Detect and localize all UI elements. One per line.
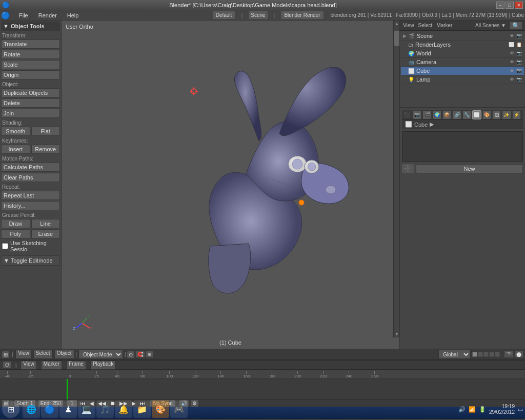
pivot-btn[interactable]: ⊙ <box>127 351 134 358</box>
cam-render[interactable]: 📷 <box>516 59 522 65</box>
taskbar-app3[interactable]: 🔔 <box>115 401 132 418</box>
cam-vis[interactable]: 👁 <box>510 59 514 65</box>
outliner-item-renderlayers[interactable]: 🗂 RenderLayers ⬜ 📋 <box>401 41 524 49</box>
show-desktop-btn[interactable]: ▭ <box>518 406 523 413</box>
engine-selector[interactable]: Blender Render <box>281 11 323 19</box>
render-btn[interactable]: 🎬 <box>504 351 513 357</box>
viewport-icon[interactable]: ⊞ <box>2 351 9 358</box>
outliner-item-scene[interactable]: ▶ 🎬 Scene 👁 📷 <box>401 32 524 41</box>
prop-material-icon[interactable]: 🎨 <box>482 110 491 119</box>
taskbar-app2[interactable]: 🎵 <box>96 401 114 418</box>
network-icon[interactable]: 📶 <box>469 406 476 413</box>
timeline-playback-btn[interactable]: Playback <box>90 361 116 370</box>
prop-constraints-icon[interactable]: 🔗 <box>452 110 461 119</box>
rl-icon2[interactable]: 📋 <box>516 42 522 47</box>
remove-button[interactable]: Remove <box>31 145 60 154</box>
poly-button[interactable]: Poly <box>1 229 30 238</box>
cube-render[interactable]: 📷 <box>516 68 522 73</box>
select-menu-btn[interactable]: Select <box>33 350 53 359</box>
add-material-icon[interactable]: ➕ <box>402 164 414 173</box>
vscroll-thumb[interactable] <box>394 31 399 46</box>
draw-button[interactable]: Draw <box>1 219 30 228</box>
cube-vis[interactable]: 👁 <box>510 68 514 73</box>
prop-render-icon[interactable]: 📷 <box>413 110 421 119</box>
world-vis[interactable]: 👁 <box>510 51 514 56</box>
outliner-item-lamp[interactable]: 💡 Lamp 👁 📷 <box>401 75 524 84</box>
world-render[interactable]: 📷 <box>516 51 522 56</box>
volume-icon[interactable]: 🔊 <box>458 406 466 413</box>
prop-object-icon[interactable]: 📦 <box>442 110 451 119</box>
outliner-item-cube[interactable]: ⬜ Cube 👁 📷 <box>401 67 524 75</box>
taskbar-steam[interactable]: ♟ <box>59 401 77 418</box>
taskbar-ie[interactable]: 🌐 <box>23 401 40 418</box>
timeline-frame-btn[interactable]: Frame <box>66 361 86 370</box>
snap-btn[interactable]: 🧲 <box>136 351 145 357</box>
calculate-paths-button[interactable]: Calculate Paths <box>1 163 60 172</box>
rotate-button[interactable]: Rotate <box>1 50 60 59</box>
viewport-vscrollbar[interactable]: ▲ ▼ <box>393 21 399 337</box>
taskbar-app5[interactable]: 🎮 <box>170 401 188 418</box>
start-button[interactable]: ⊞ <box>2 401 19 418</box>
scene-vis-icon[interactable]: 👁 <box>510 33 514 38</box>
scroll-up-icon[interactable]: ▲ <box>395 22 399 26</box>
playback-settings-btn[interactable]: ⚙ <box>191 400 198 407</box>
delete-button[interactable]: Delete <box>1 98 60 108</box>
origin-button[interactable]: Origin <box>1 70 60 79</box>
scene-selector[interactable]: Scene <box>249 11 267 19</box>
timeline-view-btn[interactable]: View <box>21 361 37 370</box>
prop-scene-icon[interactable]: 🎬 <box>422 110 431 119</box>
prop-world-icon[interactable]: 🌍 <box>433 110 441 119</box>
view-menu-btn[interactable]: View <box>15 350 32 359</box>
insert-button[interactable]: Insert <box>1 145 30 154</box>
rl-icon[interactable]: ⬜ <box>509 42 514 47</box>
viewport-shading-btn[interactable]: ⬤ <box>515 351 523 357</box>
join-button[interactable]: Join <box>1 109 60 118</box>
history-button[interactable]: History... <box>1 201 60 210</box>
prop-particles-icon[interactable]: ✨ <box>502 110 511 119</box>
lamp-render[interactable]: 📷 <box>516 77 522 82</box>
object-menu-btn[interactable]: Object <box>54 350 74 359</box>
clear-paths-button[interactable]: Clear Paths <box>1 173 60 182</box>
menu-help[interactable]: Help <box>64 11 82 19</box>
translate-button[interactable]: Translate <box>1 39 60 49</box>
new-material-button[interactable]: New <box>416 164 523 173</box>
prop-modifier-icon[interactable]: 🔧 <box>462 110 471 119</box>
mode-dropdown[interactable]: Object Mode Edit Mode Sculpt Mode <box>78 350 123 359</box>
outliner-item-camera[interactable]: 📹 Camera 👁 📷 <box>401 58 524 67</box>
use-sketching-checkbox[interactable] <box>2 243 8 249</box>
viewport[interactable]: User Ortho <box>62 21 399 349</box>
layer-btn-1[interactable] <box>472 352 477 357</box>
smooth-button[interactable]: Smooth <box>1 127 30 136</box>
outliner-item-world[interactable]: 🌍 World 👁 📷 <box>401 49 524 58</box>
menu-render[interactable]: Render <box>35 11 60 19</box>
repeat-last-button[interactable]: Repeat Last <box>1 191 60 200</box>
proportional-btn[interactable]: ⊕ <box>146 351 153 357</box>
prop-data-icon[interactable]: ⬜ <box>472 110 481 119</box>
taskbar-app1[interactable]: 💻 <box>78 401 95 418</box>
maximize-button[interactable]: □ <box>506 2 514 9</box>
battery-icon[interactable]: 🔋 <box>479 406 486 413</box>
timeline-marker-btn[interactable]: Marker <box>41 361 62 370</box>
prop-physics-icon[interactable]: ⚡ <box>512 110 521 119</box>
layer-btn-2[interactable] <box>478 352 483 357</box>
all-scenes-dropdown[interactable]: All Scenes ▼ <box>475 23 506 28</box>
taskbar-blender[interactable]: 🎨 <box>152 401 169 418</box>
timeline-content[interactable] <box>0 379 525 399</box>
flat-button[interactable]: Flat <box>31 127 60 136</box>
layer-btn-5[interactable] <box>495 352 500 357</box>
toggle-editmode-button[interactable]: ▼ Toggle Editmode <box>1 255 60 266</box>
duplicate-button[interactable]: Duplicate Objects <box>1 88 60 97</box>
erase-button[interactable]: Erase <box>31 229 60 238</box>
prop-texture-icon[interactable]: 🖼 <box>492 110 501 119</box>
scroll-down-icon[interactable]: ▼ <box>395 332 399 336</box>
scale-button[interactable]: Scale <box>1 60 60 69</box>
menu-file[interactable]: File <box>16 11 31 19</box>
outliner-search[interactable]: 🔍 <box>510 22 522 29</box>
marker-menu[interactable]: Marker <box>436 23 452 28</box>
lamp-vis[interactable]: 👁 <box>510 77 514 82</box>
close-button[interactable]: ✕ <box>515 2 523 9</box>
select-menu-outliner[interactable]: Select <box>418 23 433 28</box>
taskbar-app4[interactable]: 📁 <box>133 401 151 418</box>
scene-render-icon[interactable]: 📷 <box>516 33 522 38</box>
view-menu[interactable]: View <box>403 23 414 28</box>
